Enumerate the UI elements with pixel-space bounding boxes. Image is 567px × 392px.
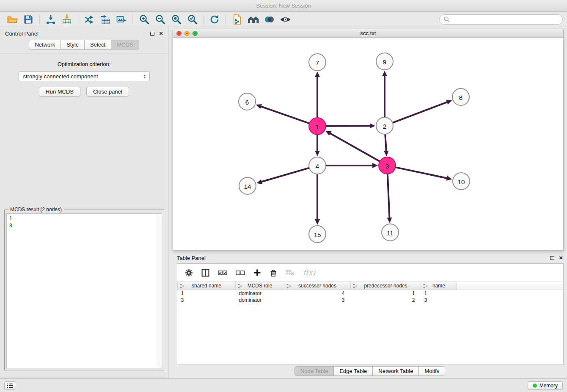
- graph-node-8[interactable]: 8: [452, 88, 469, 105]
- zoom-selected-button[interactable]: [184, 13, 200, 26]
- table-cell[interactable]: 3: [178, 297, 236, 304]
- graph-node-1[interactable]: 1: [309, 118, 326, 135]
- result-line: 1: [9, 215, 159, 222]
- export-image-button[interactable]: [113, 13, 129, 26]
- scrollbar[interactable]: [156, 214, 162, 368]
- function-builder-button[interactable]: f(x): [303, 268, 315, 277]
- network-window-titlebar[interactable]: × − + scc.txt: [173, 29, 563, 38]
- column-header-mcds-role[interactable]: MCDS role: [236, 282, 284, 290]
- graph-node-9[interactable]: 9: [376, 53, 393, 70]
- graph-edge-3-1[interactable]: [325, 131, 380, 161]
- graph-edge-1-2[interactable]: [326, 123, 375, 128]
- column-header-filler: [457, 282, 563, 290]
- mcds-result-list[interactable]: 13: [6, 213, 162, 368]
- graph-edge-1-6[interactable]: [256, 104, 309, 123]
- control-tab-style[interactable]: Style: [61, 40, 85, 50]
- close-panel-icon[interactable]: ×: [559, 255, 563, 260]
- memory-button[interactable]: Memory: [528, 381, 563, 390]
- unselect-all-columns-button[interactable]: [236, 270, 245, 276]
- table-tab-motifs[interactable]: Motifs: [419, 366, 445, 376]
- zoom-out-button[interactable]: [152, 13, 168, 26]
- graph-edge-3-11[interactable]: [387, 174, 392, 223]
- delete-column-button[interactable]: [270, 269, 277, 277]
- import-table-from-file-button[interactable]: [59, 13, 75, 26]
- control-tab-network[interactable]: Network: [29, 40, 61, 50]
- open-session-button[interactable]: [4, 13, 20, 26]
- list-icon: [7, 383, 13, 388]
- search-field[interactable]: [439, 14, 563, 25]
- column-header-successor-nodes[interactable]: successor nodes: [284, 282, 351, 290]
- table-row[interactable]: 3dominator323: [178, 297, 563, 304]
- graph-edge-1-4[interactable]: [315, 135, 320, 156]
- table-cell[interactable]: dominator: [236, 290, 284, 297]
- delete-table-button[interactable]: [286, 270, 295, 276]
- node-label: 10: [458, 178, 465, 185]
- column-header-name[interactable]: name: [421, 282, 457, 290]
- graph-node-4[interactable]: 4: [309, 157, 326, 174]
- import-network-from-file-button[interactable]: [43, 13, 59, 26]
- show-hide-graphics-button[interactable]: [277, 13, 293, 26]
- table-cell[interactable]: 1: [178, 290, 236, 297]
- import-table-icon: [61, 14, 72, 25]
- divider: [0, 53, 168, 54]
- zoom-in-button[interactable]: [136, 13, 152, 26]
- venn-merge-button[interactable]: [261, 13, 277, 26]
- table-cell[interactable]: 2: [351, 297, 421, 304]
- save-session-button[interactable]: [20, 13, 36, 26]
- close-window-icon[interactable]: ×: [176, 31, 182, 36]
- graph-node-6[interactable]: 6: [239, 93, 256, 110]
- show-columns-button[interactable]: [201, 269, 209, 277]
- graph-edge-1-7[interactable]: [315, 72, 320, 117]
- control-tab-mcds[interactable]: MCDS: [111, 40, 139, 50]
- minimize-window-icon[interactable]: −: [184, 31, 190, 36]
- table-cell[interactable]: 1: [351, 290, 421, 297]
- graph-edge-4-3[interactable]: [326, 163, 378, 168]
- close-panel-icon[interactable]: ×: [159, 31, 163, 36]
- table-cell[interactable]: 4: [284, 290, 351, 297]
- network-canvas[interactable]: 7968124314101511: [173, 38, 563, 250]
- table-cell[interactable]: dominator: [236, 297, 284, 304]
- search-input[interactable]: [452, 16, 559, 22]
- table-row[interactable]: 1dominator411: [178, 290, 563, 297]
- maximize-window-icon[interactable]: +: [193, 31, 198, 36]
- control-tab-select[interactable]: Select: [85, 40, 111, 50]
- graph-edge-2-8[interactable]: [393, 100, 452, 123]
- float-panel-icon[interactable]: [550, 256, 554, 260]
- network-file-share-button[interactable]: [229, 13, 245, 26]
- zoom-fit-button[interactable]: [168, 13, 184, 26]
- graph-node-14[interactable]: 14: [239, 177, 256, 194]
- task-history-button[interactable]: [4, 381, 16, 390]
- graph-edge-3-10[interactable]: [396, 167, 452, 180]
- graph-node-3[interactable]: 3: [379, 157, 396, 174]
- column-header-shared-name[interactable]: shared name: [178, 282, 236, 290]
- table-tab-network-table[interactable]: Network Table: [373, 366, 419, 376]
- table-tab-node-table[interactable]: Node Table: [295, 366, 334, 376]
- graph-edge-4-14[interactable]: [256, 168, 309, 184]
- refresh-icon: [209, 14, 220, 25]
- graph-node-7[interactable]: 7: [309, 54, 326, 71]
- criterion-dropdown[interactable]: strongly connected component ▲▼: [19, 71, 150, 81]
- select-all-columns-button[interactable]: [218, 270, 227, 276]
- graph-edge-2-9[interactable]: [382, 71, 387, 117]
- column-header-predecessor-nodes[interactable]: predecessor nodes: [351, 282, 421, 290]
- graph-node-2[interactable]: 2: [376, 117, 393, 134]
- graph-node-11[interactable]: 11: [382, 224, 399, 241]
- graph-edge-4-15[interactable]: [315, 174, 320, 225]
- table-cell[interactable]: 3: [284, 297, 351, 304]
- table-cell[interactable]: 3: [421, 297, 457, 304]
- close-panel-button[interactable]: Close panel: [86, 87, 129, 97]
- node-label: 4: [316, 163, 319, 170]
- new-network-button[interactable]: [81, 13, 97, 26]
- graph-edge-2-3[interactable]: [384, 135, 389, 156]
- new-network-table-button[interactable]: [97, 13, 113, 26]
- run-mcds-button[interactable]: Run MCDS: [39, 87, 80, 97]
- table-cell[interactable]: 1: [421, 290, 457, 297]
- graph-node-10[interactable]: 10: [453, 173, 470, 190]
- table-settings-button[interactable]: [185, 269, 193, 277]
- create-column-button[interactable]: [253, 269, 261, 276]
- float-panel-icon[interactable]: [150, 32, 154, 36]
- refresh-layout-button[interactable]: [206, 13, 223, 26]
- table-tab-edge-table[interactable]: Edge Table: [334, 366, 373, 376]
- home-layout-button[interactable]: [245, 13, 261, 26]
- graph-node-15[interactable]: 15: [309, 226, 326, 243]
